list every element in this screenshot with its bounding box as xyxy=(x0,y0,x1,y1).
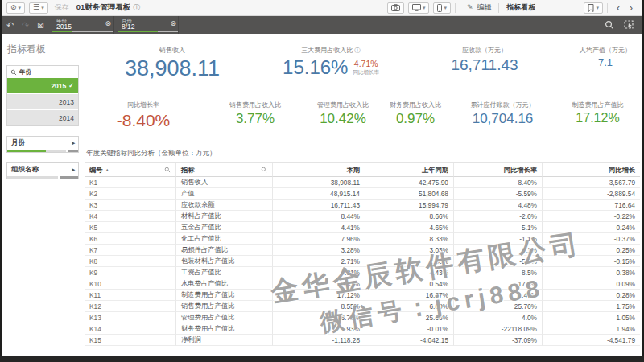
table-cell[interactable]: 26.71% xyxy=(272,312,365,323)
table-cell[interactable]: 716.64 xyxy=(542,200,640,211)
table-cell[interactable]: K15 xyxy=(85,335,175,346)
table-cell[interactable]: 2.71% xyxy=(272,256,365,267)
table-cell[interactable]: 4.65% xyxy=(365,222,453,233)
table-cell[interactable]: 8.44% xyxy=(272,211,365,222)
column-header[interactable]: 本期 xyxy=(272,163,365,177)
table-cell[interactable]: K3 xyxy=(85,200,175,211)
table-row[interactable]: K2产值48,915.1451,804.68-5.59%-2,889.54 xyxy=(85,188,640,200)
table-cell[interactable]: 1.05% xyxy=(542,312,640,323)
info-icon[interactable]: ⓘ xyxy=(133,2,140,13)
table-cell[interactable]: 38,908.11 xyxy=(272,177,365,188)
table-cell[interactable]: 1.93% xyxy=(272,323,365,335)
table-cell[interactable]: 1.94% xyxy=(542,323,640,335)
table-cell[interactable]: 产值 xyxy=(175,188,272,200)
year-option-2013[interactable]: 2013 xyxy=(7,94,78,109)
table-cell[interactable]: 管理费用占产值比 xyxy=(175,312,272,323)
app-options-button[interactable]: ⊘ ▾ xyxy=(6,2,25,14)
remove-selection-icon[interactable]: ⊗ xyxy=(170,19,176,27)
table-cell[interactable]: -4,541.79 xyxy=(542,335,640,346)
table-cell[interactable]: 8.55% xyxy=(272,301,365,312)
table-cell[interactable]: -1,118.28 xyxy=(272,335,365,346)
table-row[interactable]: K1销售收入38,908.1142,475.90-8.40%-3,567.79 xyxy=(85,177,640,188)
table-cell[interactable]: 17.6% xyxy=(453,278,542,290)
table-cell[interactable]: K7 xyxy=(85,245,175,256)
table-cell[interactable]: 工资占产值比 xyxy=(175,267,272,278)
table-row[interactable]: K11制造费用占产值比17.12%16.87%1.47%0.28% xyxy=(85,290,640,301)
table-cell[interactable]: -3,567.79 xyxy=(542,177,640,188)
table-cell[interactable]: 25.76% xyxy=(453,301,542,312)
step-back-button[interactable]: ↶ xyxy=(2,16,18,34)
presentation-mode-button[interactable]: ▾ xyxy=(408,2,430,14)
table-cell[interactable]: 化工占产值比 xyxy=(175,233,272,245)
snapshot-button[interactable] xyxy=(387,2,404,14)
table-cell[interactable]: -37.09% xyxy=(453,335,542,346)
table-row[interactable]: K6化工占产值比7.96%8.33%-1.1%-0.37% xyxy=(85,233,640,245)
table-cell[interactable]: 0.28% xyxy=(542,290,640,301)
table-row[interactable]: K14财务费用占产值比1.93%-0.01%-22118.09%1.94% xyxy=(85,323,640,335)
clear-all-selections-button[interactable]: ⊠ xyxy=(33,16,48,34)
table-cell[interactable]: 0.63% xyxy=(272,278,365,290)
remove-selection-icon[interactable]: ⊗ xyxy=(105,19,111,27)
selection-chip-月份[interactable]: 月份8/12⊗ xyxy=(118,16,179,34)
table-cell[interactable]: 五金占产值比 xyxy=(175,222,272,233)
table-cell[interactable]: 25.68% xyxy=(365,312,453,323)
next-sheet-button[interactable]: › xyxy=(625,2,638,14)
table-cell[interactable]: -5.3% xyxy=(453,256,542,267)
table-cell[interactable]: 4.43% xyxy=(365,267,453,278)
table-cell[interactable]: K12 xyxy=(85,301,175,312)
table-cell[interactable]: K2 xyxy=(85,188,175,200)
table-cell[interactable]: 7.96% xyxy=(272,233,365,245)
table-cell[interactable]: 3.03% xyxy=(365,245,453,256)
table-row[interactable]: K4材料占产值比8.44%8.66%-2.6%-0.22% xyxy=(85,211,640,222)
table-cell[interactable]: K14 xyxy=(85,323,175,335)
table-cell[interactable]: 1.75% xyxy=(542,301,640,312)
table-row[interactable]: K7易损件占产值比3.28%3.03%8.1%0.25% xyxy=(85,245,640,256)
table-cell[interactable]: -8.40% xyxy=(453,177,542,188)
table-row[interactable]: K10水电费占产值比0.63%0.54%17.6%0.09% xyxy=(85,278,640,290)
table-cell[interactable]: 易损件占产值比 xyxy=(175,245,272,256)
column-header[interactable]: 上年同期 xyxy=(365,163,453,177)
sheet-selector[interactable]: 指标看板 xyxy=(506,2,535,13)
table-row[interactable]: K9工资占产值比4.81%4.43%8.5%0.38% xyxy=(85,267,640,278)
search-icon[interactable] xyxy=(164,167,171,173)
bookmarks-button[interactable]: ▾ xyxy=(584,2,603,14)
collapsed-filter-组织名称[interactable]: 组织名称▸ xyxy=(6,162,79,179)
table-cell[interactable]: 材料占产值比 xyxy=(175,211,272,222)
table-cell[interactable]: 1.47% xyxy=(453,290,542,301)
table-cell[interactable]: 4.81% xyxy=(272,267,365,278)
table-cell[interactable]: K9 xyxy=(85,267,175,278)
table-cell[interactable]: 0.54% xyxy=(365,278,453,290)
table-cell[interactable]: 8.66% xyxy=(365,211,453,222)
info-icon[interactable]: ⓘ xyxy=(354,47,361,54)
table-cell[interactable]: K5 xyxy=(85,222,175,233)
previous-sheet-button[interactable]: ‹ xyxy=(612,2,625,14)
table-cell[interactable]: K1 xyxy=(85,177,175,188)
table-cell[interactable]: K13 xyxy=(85,312,175,323)
column-header[interactable]: 同比增长 xyxy=(542,163,640,177)
device-preview-button[interactable]: ▾ xyxy=(433,2,451,14)
table-cell[interactable]: 42,475.90 xyxy=(365,177,453,188)
table-cell[interactable]: 4.48% xyxy=(453,200,542,211)
table-row[interactable]: K15净利润-1,118.28-4,042.15-37.09%-4,541.79 xyxy=(85,335,640,346)
table-cell[interactable]: 16.87% xyxy=(365,290,453,301)
navigation-menu-button[interactable]: ☰ ▾ xyxy=(29,2,48,14)
table-row[interactable]: K12销售费用占产值比8.55%6.80%25.76%1.75% xyxy=(85,301,640,312)
table-row[interactable]: K8包装材料占产值比2.71%2.86%-5.3%-0.15% xyxy=(85,256,640,267)
table-cell[interactable]: 销售收入 xyxy=(175,177,272,188)
table-cell[interactable]: -0.37% xyxy=(542,233,640,245)
table-cell[interactable]: K8 xyxy=(85,256,175,267)
table-cell[interactable]: 制造费用占产值比 xyxy=(175,290,272,301)
table-cell[interactable]: 8.5% xyxy=(453,267,542,278)
table-cell[interactable]: -1.1% xyxy=(453,233,542,245)
table-cell[interactable]: -0.22% xyxy=(542,211,640,222)
table-cell[interactable]: -2,889.54 xyxy=(542,188,640,200)
table-cell[interactable]: 0.25% xyxy=(542,245,640,256)
table-cell[interactable]: -0.15% xyxy=(542,256,640,267)
table-cell[interactable]: K4 xyxy=(85,211,175,222)
table-cell[interactable]: K11 xyxy=(85,290,175,301)
table-row[interactable]: K13管理费用占产值比26.71%25.68%4.0%1.05% xyxy=(85,312,640,323)
table-cell[interactable]: 4.0% xyxy=(453,312,542,323)
search-icon[interactable] xyxy=(261,167,267,173)
table-cell[interactable]: 17.12% xyxy=(272,290,365,301)
table-cell[interactable]: -22118.09% xyxy=(453,323,542,335)
